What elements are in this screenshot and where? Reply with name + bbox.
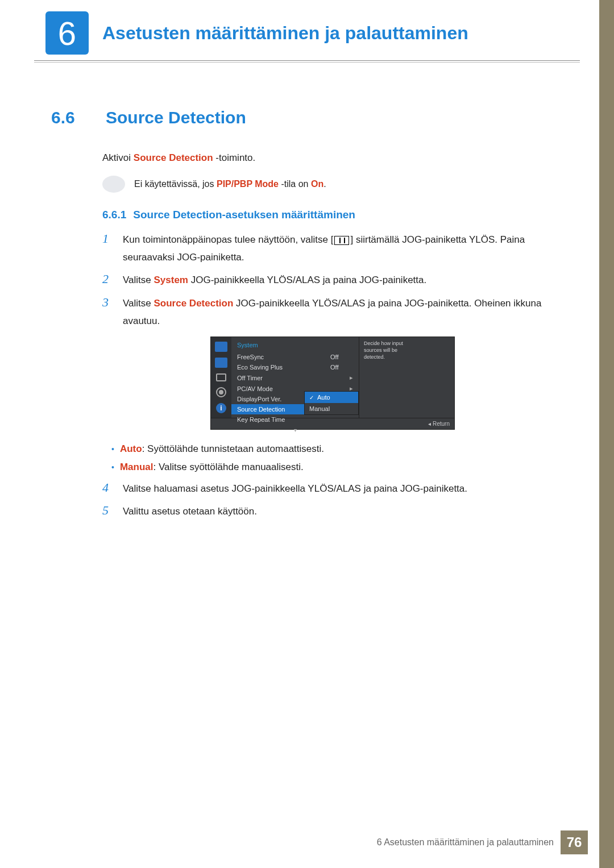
page-footer: 6 Asetusten määrittäminen ja palauttamin… [377, 830, 588, 854]
intro-suffix: -toiminto. [213, 152, 256, 163]
subsection-title: Source Detection-asetuksen määrittäminen [133, 209, 355, 221]
osd-r1-value: Off [330, 354, 353, 360]
info-icon: i [216, 403, 226, 413]
osd-r3-label: Off Timer [237, 375, 342, 381]
bullet-auto: Auto: Syöttölähde tunnistetaan automaatt… [111, 440, 563, 458]
osd-r2-value: Off [330, 364, 353, 371]
menu-icon [334, 236, 349, 245]
osd-main-list: System FreeSync Off Eco Saving Plus Off … [231, 337, 359, 437]
step-1a: Kun toimintonäppäinopas tulee näyttöön, … [123, 234, 333, 245]
step-1: 1 Kun toimintonäppäinopas tulee näyttöön… [102, 231, 563, 266]
divider-top-2 [34, 62, 580, 63]
page-number: 76 [561, 830, 588, 854]
note-mid: -tila on [279, 179, 311, 189]
intro-keyword: Source Detection [134, 152, 213, 163]
onscreen-icon [216, 373, 226, 381]
subsection-number: 6.6.1 [102, 209, 126, 221]
chapter-title: Asetusten määrittäminen ja palauttaminen [102, 23, 468, 44]
osd-description: Decide how input sources will be detecte… [359, 337, 416, 418]
osd-row-freesync: FreeSync Off [231, 352, 359, 362]
osd-r2-label: Eco Saving Plus [237, 364, 330, 371]
step-5-num: 5 [102, 503, 113, 521]
step-2a: Valitse [123, 275, 154, 285]
step-3-kw: Source Detection [154, 298, 234, 309]
bullet-manual: Manual: Valitse syöttölähde manuaalisest… [111, 458, 563, 476]
subsection-heading: 6.6.1 Source Detection-asetuksen määritt… [102, 209, 563, 221]
chapter-number-box: 6 [45, 11, 89, 55]
step-3-num: 3 [102, 295, 113, 330]
chevron-right-icon: ▸ [342, 374, 353, 381]
osd-r7-label: Key Repeat Time [237, 416, 353, 423]
right-edge-stripe [599, 0, 614, 868]
step-2-num: 2 [102, 272, 113, 289]
check-icon: ✓ [309, 394, 314, 401]
step-5: 5 Valittu asetus otetaan käyttöön. [102, 503, 563, 521]
step-2b: JOG-painikkeella YLÖS/ALAS ja paina JOG-… [188, 275, 426, 285]
note-row: Ei käytettävissä, jos PIP/PBP Mode -tila… [102, 176, 563, 193]
osd-sub-manual: Manual [305, 403, 358, 414]
bullet-manual-kw: Manual [120, 462, 154, 472]
osd-return-label: Return [433, 421, 450, 427]
chapter-header: 6 Asetusten määrittäminen ja palauttamin… [0, 0, 614, 55]
step-4-body: Valitse haluamasi asetus JOG-painikkeell… [123, 480, 467, 498]
osd-row-keyrepeat: Key Repeat Time [231, 414, 359, 425]
section-heading: 6.6 Source Detection [51, 108, 563, 127]
intro-paragraph: Aktivoi Source Detection -toiminto. [102, 150, 563, 165]
osd-sub-auto: ✓Auto [305, 392, 358, 403]
section-number: 6.6 [51, 108, 92, 127]
step-5-body: Valittu asetus otetaan käyttöön. [123, 503, 257, 521]
osd-row-eco: Eco Saving Plus Off [231, 362, 359, 372]
step-2: 2 Valitse System JOG-painikkeella YLÖS/A… [102, 272, 563, 289]
osd-submenu: ✓Auto Manual [304, 391, 359, 415]
bullet-auto-kw: Auto [120, 443, 142, 454]
note-icon [102, 176, 125, 193]
bullet-auto-text: : Syöttölähde tunnistetaan automaattises… [142, 443, 324, 454]
note-prefix: Ei käytettävissä, jos [134, 179, 217, 189]
osd-screenshot: i System FreeSync Off Eco Saving Plus Of… [102, 337, 563, 430]
step-4: 4 Valitse haluamasi asetus JOG-painikkee… [102, 480, 563, 498]
step-2-kw: System [154, 275, 188, 285]
step-4-num: 4 [102, 480, 113, 498]
osd-title: System [231, 340, 359, 352]
step-1-num: 1 [102, 231, 113, 266]
step-3a: Valitse [123, 298, 154, 309]
picture-icon [215, 342, 227, 352]
footer-text: 6 Asetusten määrittäminen ja palauttamin… [377, 837, 561, 848]
bullet-manual-text: : Valitse syöttölähde manuaalisesti. [153, 462, 303, 472]
intro-prefix: Aktivoi [102, 152, 134, 163]
section-title: Source Detection [106, 108, 246, 127]
osd-row-offtimer: Off Timer ▸ [231, 372, 359, 383]
divider-top-1 [34, 60, 580, 61]
step-list-cont: 4 Valitse haluamasi asetus JOG-painikkee… [102, 480, 563, 521]
down-arrow-icon: ▾ [231, 427, 359, 433]
step-list: 1 Kun toimintonäppäinopas tulee näyttöön… [102, 231, 563, 330]
gear-icon [216, 387, 226, 397]
osd-r1-label: FreeSync [237, 354, 330, 360]
osd-sub-manual-label: Manual [309, 405, 330, 412]
note-kw2: On [311, 179, 323, 189]
osd-sub-auto-label: Auto [317, 394, 330, 401]
step-3: 3 Valitse Source Detection JOG-painikkee… [102, 295, 563, 330]
note-kw1: PIP/PBP Mode [217, 179, 279, 189]
option-bullets: Auto: Syöttölähde tunnistetaan automaatt… [111, 440, 563, 477]
osd-sidebar: i [211, 337, 231, 418]
note-suffix: . [323, 179, 326, 189]
pip-icon [215, 358, 227, 368]
